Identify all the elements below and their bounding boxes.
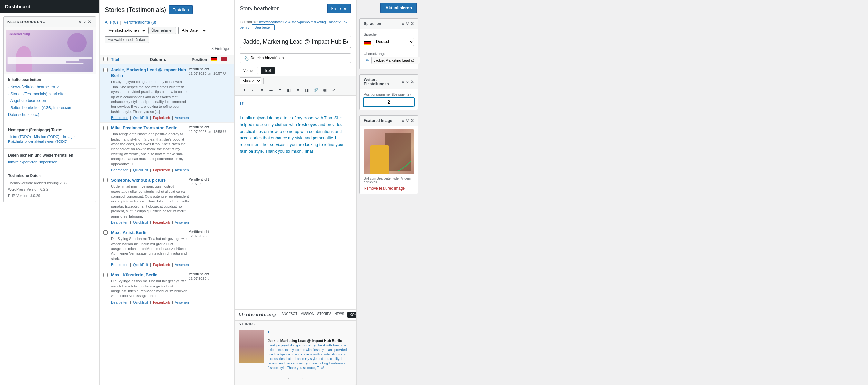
story-title-link[interactable]: Jackie, Marketing Lead @ Impact Hub Berl… xyxy=(111,67,189,79)
bearbeiten-link[interactable]: Bearbeiten xyxy=(111,263,128,267)
nav-mission[interactable]: - Mission (TODO) xyxy=(32,135,59,139)
section-controls[interactable]: ∧ ∨ ✕ xyxy=(78,19,92,24)
bearbeiten-link[interactable]: Bearbeiten xyxy=(111,300,128,304)
preview-story-card: " Jackie, Marketing Lead @ Impact Hub Be… xyxy=(235,328,356,373)
nav-intro[interactable]: - Intro (TODO) xyxy=(8,135,31,139)
quickedit-link[interactable]: QuickEdit xyxy=(133,168,148,172)
erstellen-button[interactable]: Erstellen xyxy=(169,5,193,14)
story-title-link[interactable]: Someone, without a picture xyxy=(111,177,189,183)
nav-seiten[interactable]: - Seiten bearbeiten (AGB, Impressum, Dat… xyxy=(8,105,91,118)
nav-stories[interactable]: - Stories (Testimonials) bearbeiten xyxy=(8,91,91,98)
ansehen-link[interactable]: Ansehen xyxy=(175,300,189,304)
ol-button[interactable]: ≔ xyxy=(267,86,275,94)
filter-all[interactable]: Alle (8) | Veröffentlichte (8) xyxy=(105,20,156,25)
chevron-up-icon[interactable]: ∧ xyxy=(401,21,404,26)
sprache-select[interactable]: Deutsch xyxy=(373,38,414,46)
chevron-down-icon[interactable]: ∨ xyxy=(406,21,409,26)
paragraph-select[interactable]: Absatz xyxy=(240,77,261,84)
auswahl-button[interactable]: Auswahl einschränken xyxy=(105,36,149,43)
text-tab[interactable]: Text xyxy=(260,67,275,74)
ansehen-link[interactable]: Ansehen xyxy=(175,263,189,267)
chevron-up-icon[interactable]: ∧ xyxy=(78,19,82,24)
ansehen-link[interactable]: Ansehen xyxy=(175,168,189,172)
permalink-bearbeiten-button[interactable]: Bearbeiten xyxy=(251,24,274,30)
date-filter-select[interactable]: Alle Daten xyxy=(178,27,207,34)
bearbeiten-link[interactable]: Bearbeiten xyxy=(111,116,128,120)
featured-image-controls[interactable]: ∧ ∨ ✕ xyxy=(401,118,414,123)
bearbeiten-link[interactable]: Bearbeiten xyxy=(111,220,128,224)
bearbeiten-link[interactable]: Bearbeiten xyxy=(111,168,128,172)
quickedit-link[interactable]: QuickEdit xyxy=(133,116,148,120)
align-center-button[interactable]: ≡ xyxy=(293,86,302,94)
weitere-controls[interactable]: ∧ ∨ ✕ xyxy=(401,79,414,84)
all-link[interactable]: Alle (8) xyxy=(105,20,118,25)
link-button[interactable]: 🔗 xyxy=(312,86,320,94)
story-title-link[interactable]: Mike, Freelance Translator, Berlin xyxy=(111,125,189,131)
published-link[interactable]: Veröffentlichte (8) xyxy=(124,20,156,25)
close-icon[interactable]: ✕ xyxy=(410,79,414,84)
papierkorb-link[interactable]: Papierkorb xyxy=(153,168,170,172)
remove-featured-image-link[interactable]: Remove featured image xyxy=(364,186,405,190)
position-input[interactable] xyxy=(364,98,414,107)
editor-erstellen-button[interactable]: Erstellen xyxy=(327,4,351,13)
featured-image-preview[interactable] xyxy=(364,129,414,174)
aktualisieren-button[interactable]: Aktualisieren xyxy=(380,3,417,13)
chevron-up-icon[interactable]: ∧ xyxy=(401,118,404,123)
title-col-header[interactable]: Titel xyxy=(111,58,150,62)
close-icon[interactable]: ✕ xyxy=(410,21,414,26)
story-title-link[interactable]: Maxi, Künstlerin, Berlin xyxy=(111,272,189,278)
post-title-input[interactable] xyxy=(240,36,351,48)
row-checkbox[interactable] xyxy=(103,125,111,131)
quickedit-link[interactable]: QuickEdit xyxy=(133,220,148,224)
editor-quote-text[interactable]: I really enjoyed doing a tour of my clos… xyxy=(240,115,351,155)
bulk-action-select[interactable]: Mehrfachaktionen xyxy=(105,27,147,34)
featured-image-title: Featured Image xyxy=(364,118,392,123)
ansehen-link[interactable]: Ansehen xyxy=(175,116,189,120)
next-arrow[interactable]: → xyxy=(298,375,304,382)
align-left-button[interactable]: ◧ xyxy=(285,86,293,94)
papierkorb-link[interactable]: Papierkorb xyxy=(153,220,170,224)
close-icon[interactable]: ✕ xyxy=(88,19,92,24)
table-button[interactable]: ▦ xyxy=(320,86,329,94)
select-all-checkbox[interactable] xyxy=(103,57,111,62)
align-right-button[interactable]: ◨ xyxy=(303,86,311,94)
editor-content-area[interactable]: " I really enjoyed doing a tour of my cl… xyxy=(235,96,356,300)
post-title-field[interactable] xyxy=(240,36,351,48)
bold-button[interactable]: B xyxy=(240,86,248,94)
chevron-down-icon[interactable]: ∨ xyxy=(83,19,86,24)
chevron-down-icon[interactable]: ∨ xyxy=(406,79,409,84)
dateien-button[interactable]: 📎 Dateien hinzufügen xyxy=(240,53,351,63)
story-date: 12.07.2023 u xyxy=(189,234,231,239)
position-col-header[interactable]: Position xyxy=(192,58,211,62)
story-title-link[interactable]: Maxi, Artist, Berlin xyxy=(111,230,189,236)
export-link[interactable]: Inhalte exportieren xyxy=(8,160,37,164)
preview-story-image xyxy=(239,330,265,362)
row-checkbox[interactable] xyxy=(103,177,111,183)
fullscreen-button[interactable]: ⤢ xyxy=(330,86,338,94)
quickedit-link[interactable]: QuickEdit xyxy=(133,263,148,267)
nav-angebote[interactable]: - Angebote bearbeiten xyxy=(8,98,91,105)
row-checkbox[interactable] xyxy=(103,67,111,73)
ansehen-link[interactable]: Ansehen xyxy=(175,220,189,224)
chevron-down-icon[interactable]: ∨ xyxy=(406,118,409,123)
blockquote-button[interactable]: ❝ xyxy=(276,86,284,94)
papierkorb-link[interactable]: Papierkorb xyxy=(153,116,170,120)
ul-button[interactable]: ≡ xyxy=(258,86,266,94)
sprachen-controls[interactable]: ∧ ∨ ✕ xyxy=(401,21,414,26)
import-link[interactable]: /importieren ... xyxy=(38,160,61,164)
nav-news[interactable]: - News-Beiträge bearbeiten ↗ xyxy=(8,84,91,91)
prev-arrow[interactable]: ← xyxy=(287,375,293,382)
translation-edit-icon[interactable]: ✏ xyxy=(366,58,369,63)
visuell-tab[interactable]: Visuell xyxy=(240,67,258,74)
row-checkbox[interactable] xyxy=(103,272,111,278)
quickedit-link[interactable]: QuickEdit xyxy=(133,300,148,304)
row-checkbox[interactable] xyxy=(103,230,111,236)
close-icon[interactable]: ✕ xyxy=(410,118,414,123)
translation-input[interactable] xyxy=(371,57,420,64)
ubernehmen-button[interactable]: Übernehmen xyxy=(148,27,176,34)
chevron-up-icon[interactable]: ∧ xyxy=(401,79,404,84)
papierkorb-link[interactable]: Papierkorb xyxy=(153,300,170,304)
date-col-header[interactable]: Datum ▲ xyxy=(150,58,192,62)
italic-button[interactable]: I xyxy=(249,86,257,94)
papierkorb-link[interactable]: Papierkorb xyxy=(153,263,170,267)
